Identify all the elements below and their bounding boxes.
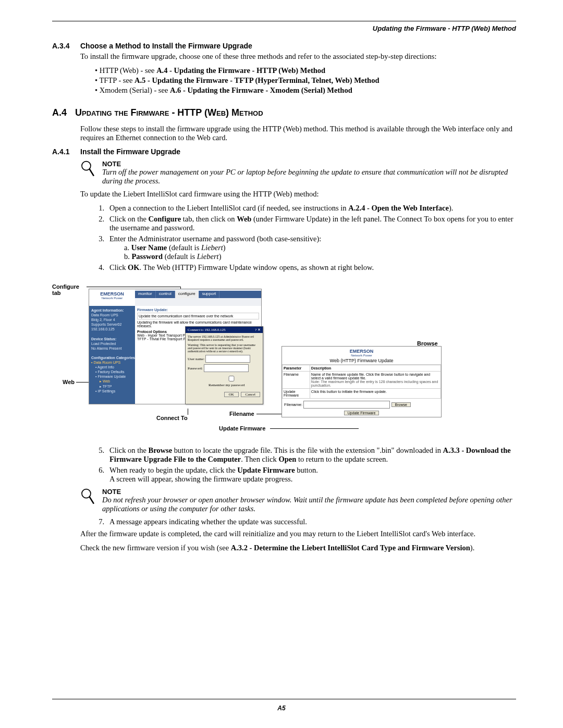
callout-connect-to: Connect To: [156, 415, 188, 421]
filename-input[interactable]: [303, 401, 390, 409]
list-item: 7.A message appears indicating whether t…: [94, 517, 516, 526]
sidebar: Agent Information: Data Room UPS Bldg 2,…: [89, 306, 139, 404]
document-page: Updating the Firmware - HTTP (Web) Metho…: [0, 0, 563, 728]
svg-line-1: [89, 169, 94, 176]
section-a34: A.3.4 Choose a Method to Install the Fir…: [52, 42, 516, 100]
tab-monitor[interactable]: monitor: [135, 291, 156, 298]
note-text: Do not refresh your browser or open anot…: [102, 496, 516, 513]
list-item: Xmodem (Serial) - see A.6 - Updating the…: [95, 86, 516, 95]
panel-title: Web (HTTP) Firmware Update: [282, 357, 441, 365]
ok-button[interactable]: OK: [224, 392, 239, 397]
parameter-table: ParameterDescription FilenameName of the…: [282, 365, 441, 399]
rule-top: [52, 21, 516, 21]
page-number: A5: [277, 705, 285, 712]
ordered-list-cont2: 7.A message appears indicating whether t…: [94, 517, 516, 526]
callout-configure-tab: Configure tab: [52, 283, 87, 296]
paragraph: To update the Liebert IntelliSlot card f…: [80, 190, 516, 199]
section-title: Updating the Firmware - HTTP (Web) Metho…: [75, 107, 263, 118]
dialog-title: Connect to 192.168.0.125? ✕: [186, 327, 263, 333]
callout-update-firmware: Update Firmware: [219, 425, 265, 431]
paragraph: After the firmware update is completed, …: [80, 529, 516, 538]
tab-configure[interactable]: configure: [175, 291, 199, 298]
section-a4-heading: A.4 Updating the Firmware - HTTP (Web) M…: [52, 107, 516, 118]
firmware-update-screenshot: EMERSONNetwork Power Web (HTTP) Firmware…: [282, 346, 442, 417]
svg-point-2: [82, 489, 91, 498]
tab-support[interactable]: support: [199, 291, 220, 298]
browse-button[interactable]: Browse: [391, 402, 411, 407]
note-block: NOTE Turn off the power management on yo…: [80, 160, 516, 186]
section-number: A.4: [52, 107, 67, 118]
cancel-button[interactable]: Cancel: [241, 392, 260, 397]
section-title: Choose a Method to Install the Firmware …: [80, 42, 516, 50]
list-item: 6.When ready to begin the update, click …: [94, 466, 516, 484]
tab-control[interactable]: control: [156, 291, 175, 298]
password-input[interactable]: [204, 364, 249, 372]
remember-checkbox[interactable]: [211, 376, 252, 381]
callout-filename: Filename: [229, 411, 254, 417]
list-item: 3.Enter the Administrator username and p…: [94, 235, 516, 261]
sub-item: a. User Name (default is Liebert): [124, 243, 321, 252]
list-item: HTTP (Web) - see A.4 - Updating the Firm…: [95, 66, 516, 75]
bullet-list: HTTP (Web) - see A.4 - Updating the Firm…: [95, 66, 516, 95]
svg-line-3: [89, 497, 94, 504]
ordered-list: 1.Open a connection to the Liebert Intel…: [94, 204, 516, 272]
section-number: A.3.4: [52, 42, 73, 100]
magnifier-icon: [80, 488, 97, 508]
sidebar-item-web[interactable]: Web: [103, 379, 110, 383]
paragraph: To install the firmware upgrade, choose …: [80, 52, 516, 61]
sub-item: b. Password (default is Liebert): [124, 252, 321, 261]
callout-web: Web: [63, 379, 75, 385]
paragraph: Check the new firmware version if you wi…: [80, 544, 516, 552]
tab-bar: monitor control configure support: [135, 291, 261, 298]
connect-dialog: Connect to 192.168.0.125? ✕ The server 1…: [185, 326, 263, 404]
list-item: 1.Open a connection to the Liebert Intel…: [94, 204, 516, 213]
note-label: NOTE: [102, 488, 516, 496]
list-item: 2.Click on the Configure tab, then click…: [94, 215, 516, 232]
note-label: NOTE: [102, 160, 516, 168]
list-item: 5.Click on the Browse button to locate t…: [94, 446, 516, 464]
section-title: Install the Firmware Upgrade: [80, 147, 516, 156]
screenshot-diagram: Configure tab Web Browse Connect To File…: [52, 283, 516, 435]
list-item: 4.Click OK. The Web (HTTP) Firmware Upda…: [94, 263, 516, 272]
list-item: TFTP - see A.5 - Updating the Firmware -…: [95, 76, 516, 85]
username-input[interactable]: [205, 355, 250, 363]
running-header: Updating the Firmware - HTTP (Web) Metho…: [52, 24, 516, 32]
section-a41: A.4.1 Install the Firmware Upgrade NOTE …: [52, 147, 516, 275]
brand-logo: EMERSONNetwork Power: [282, 347, 441, 357]
ordered-list-cont: 5.Click on the Browse button to locate t…: [94, 446, 516, 484]
section-number: A.4.1: [52, 147, 73, 275]
note-text: Turn off the power management on your PC…: [102, 168, 516, 186]
update-firmware-button[interactable]: Update Firmware: [344, 411, 380, 415]
svg-point-0: [82, 162, 91, 170]
note-block: NOTE Do not refresh your browser or open…: [80, 488, 516, 513]
brand-logo: EMERSONNetwork Power: [89, 289, 135, 307]
page-footer: A5: [0, 699, 563, 712]
paragraph: Follow these steps to install the firmwa…: [80, 125, 516, 142]
magnifier-icon: [80, 160, 97, 180]
